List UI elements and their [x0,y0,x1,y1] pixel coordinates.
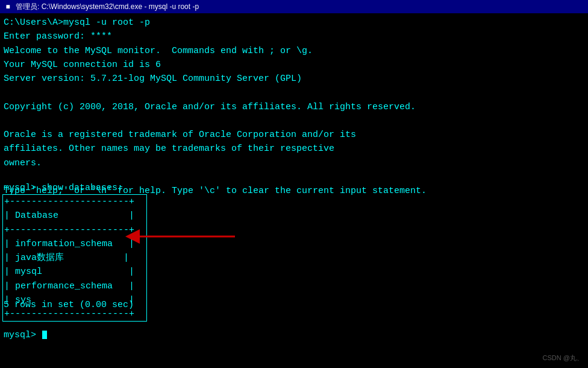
terminal: C:\Users\A>mysql -u root -pEnter passwor… [0,13,588,368]
table-header: | Database | [3,209,146,223]
table-separator-top: +----------------------+ [3,195,146,209]
title-bar: ■ 管理员: C:\Windows\system32\cmd.exe - mys… [0,0,588,13]
table-row-2: | java数据库 | [3,251,146,265]
table-row-4: | performance_schema | [3,279,146,293]
show-databases-cmd: mysql> show databases; [4,181,123,195]
cursor [42,331,47,339]
terminal-line-7 [4,114,584,128]
mysql-prompt-final: mysql> [4,328,47,342]
terminal-line-4: Server version: 5.7.21-log MySQL Communi… [4,72,584,86]
cmd-icon: ■ [4,2,12,11]
terminal-line-9: affiliates. Other names may be trademark… [4,142,584,156]
title-bar-text: 管理员: C:\Windows\system32\cmd.exe - mysql… [16,2,584,12]
watermark: CSDN @丸、 [543,353,583,363]
terminal-line-2: Welcome to the MySQL monitor. Commands e… [4,44,584,58]
table-row-3: | mysql | [3,265,146,279]
terminal-line-3: Your MySQL connection id is 6 [4,58,584,72]
terminal-line-1: Enter password: **** [4,30,584,43]
table-row-1: | information_schema | [3,237,146,251]
terminal-line-8: Oracle is a registered trademark of Orac… [4,128,584,142]
table-separator-mid: +----------------------+ [3,223,146,237]
terminal-line-10: owners. [4,156,584,170]
terminal-output: C:\Users\A>mysql -u root -pEnter passwor… [4,16,584,198]
terminal-line-6: Copyright (c) 2000, 2018, Oracle and/or … [4,100,584,114]
terminal-line-0: C:\Users\A>mysql -u root -p [4,16,584,30]
terminal-line-5 [4,86,584,100]
row-count: 5 rows in set (0.00 sec) [4,298,134,312]
